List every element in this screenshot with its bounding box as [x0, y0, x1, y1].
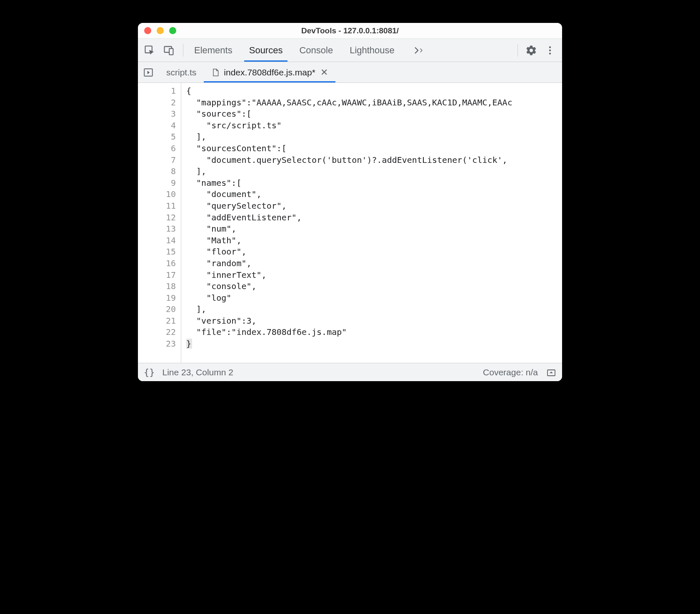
- file-tab-index-map[interactable]: index.7808df6e.js.map* ✕: [204, 62, 335, 82]
- show-drawer-icon[interactable]: [546, 367, 556, 377]
- file-tab-script-ts[interactable]: script.ts: [159, 62, 204, 82]
- separator: [518, 44, 518, 57]
- svg-point-5: [549, 52, 551, 54]
- cursor-position: Line 23, Column 2: [162, 367, 233, 377]
- tabs-overflow[interactable]: [411, 39, 425, 62]
- close-tab-icon[interactable]: ✕: [320, 68, 328, 77]
- coverage-status: Coverage: n/a: [483, 367, 538, 377]
- traffic-lights: [138, 27, 176, 34]
- more-icon[interactable]: [545, 45, 555, 56]
- device-toolbar-icon[interactable]: [163, 45, 175, 56]
- tab-lighthouse[interactable]: Lighthouse: [350, 39, 395, 62]
- pretty-print-icon[interactable]: {}: [144, 367, 155, 377]
- inspect-element-icon[interactable]: [144, 45, 155, 56]
- window-title: DevTools - 127.0.0.1:8081/: [138, 26, 562, 35]
- settings-icon[interactable]: [525, 45, 537, 56]
- navigator-toggle-icon[interactable]: [143, 67, 154, 78]
- main-tabs: Elements Sources Console Lighthouse: [186, 39, 511, 62]
- file-tab-bar: script.ts index.7808df6e.js.map* ✕: [138, 62, 562, 83]
- tab-elements[interactable]: Elements: [194, 39, 232, 62]
- source-editor[interactable]: 1234567891011121314151617181920212223 { …: [138, 83, 562, 363]
- zoom-window-button[interactable]: [169, 27, 176, 34]
- tab-console[interactable]: Console: [299, 39, 333, 62]
- line-gutter: 1234567891011121314151617181920212223: [138, 83, 181, 363]
- svg-point-3: [549, 46, 551, 48]
- titlebar: DevTools - 127.0.0.1:8081/: [138, 23, 562, 39]
- tab-sources[interactable]: Sources: [249, 39, 283, 62]
- devtools-window: DevTools - 127.0.0.1:8081/ Elements Sour…: [138, 23, 562, 381]
- close-window-button[interactable]: [144, 27, 151, 34]
- file-tab-label: script.ts: [166, 67, 196, 77]
- svg-rect-2: [169, 48, 173, 55]
- file-tab-label: index.7808df6e.js.map*: [224, 67, 315, 77]
- status-bar: {} Line 23, Column 2 Coverage: n/a: [138, 363, 562, 381]
- svg-point-4: [549, 49, 551, 51]
- main-toolbar: Elements Sources Console Lighthouse: [138, 39, 562, 62]
- minimize-window-button[interactable]: [157, 27, 164, 34]
- file-icon: [211, 68, 220, 77]
- separator: [183, 44, 183, 57]
- code-area[interactable]: { "mappings":"AAAAA,SAASC,cAAc,WAAWC,iBA…: [181, 83, 562, 363]
